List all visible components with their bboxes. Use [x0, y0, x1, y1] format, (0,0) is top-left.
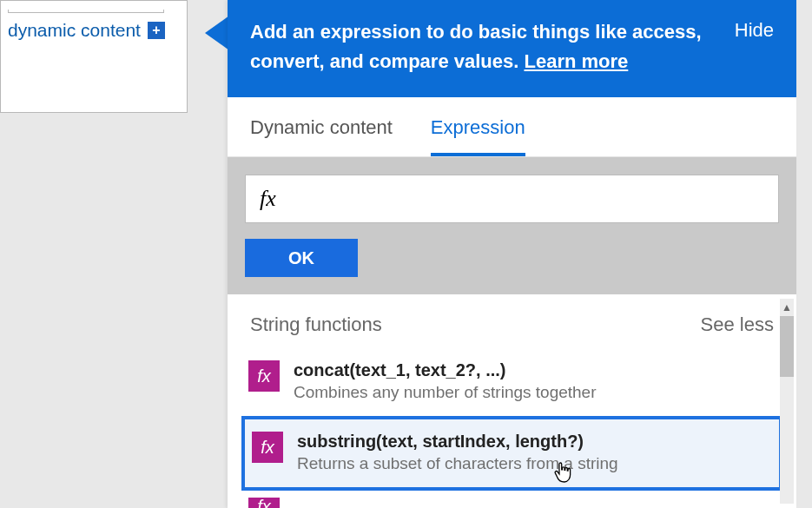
left-panel-fragment: dynamic content + [0, 0, 188, 113]
function-item-substring[interactable]: fx substring(text, startIndex, length?) … [241, 416, 782, 491]
info-banner: Add an expression to do basic things lik… [228, 0, 796, 97]
section-title: String functions [250, 313, 382, 336]
fx-icon: fx [252, 432, 283, 463]
string-functions-header: String functions See less [228, 294, 796, 353]
input-box-fragment [8, 10, 164, 13]
hide-button[interactable]: Hide [735, 17, 774, 42]
function-title: substring(text, startIndex, length?) [297, 432, 618, 452]
tab-dynamic-content[interactable]: Dynamic content [250, 116, 393, 156]
learn-more-link[interactable]: Learn more [524, 50, 628, 72]
expression-editor-block: fx OK [228, 157, 796, 294]
function-desc: Combines any number of strings together [294, 383, 597, 402]
function-list: fx concat(text_1, text_2?, ...) Combines… [228, 353, 796, 508]
dynamic-content-label: dynamic content [8, 20, 141, 41]
fx-icon: fx [248, 360, 280, 392]
ok-button[interactable]: OK [245, 239, 358, 277]
expression-input[interactable]: fx [245, 175, 779, 223]
add-dynamic-content-link[interactable]: dynamic content + [1, 16, 187, 41]
function-title: concat(text_1, text_2?, ...) [294, 360, 597, 380]
tab-expression[interactable]: Expression [431, 116, 525, 156]
scrollbar[interactable]: ▲ [780, 299, 794, 504]
scroll-thumb[interactable] [780, 316, 794, 377]
expression-popup: Add an expression to do basic things lik… [228, 0, 796, 508]
see-less-button[interactable]: See less [701, 313, 774, 336]
callout-arrow-icon [205, 16, 229, 50]
plus-icon: + [148, 22, 165, 39]
banner-text: Add an expression to do basic things lik… [250, 17, 717, 76]
scroll-up-icon[interactable]: ▲ [780, 299, 794, 316]
fx-icon: fx [248, 498, 280, 508]
function-desc: Returns a subset of characters from a st… [297, 454, 618, 473]
tabs: Dynamic content Expression [228, 97, 796, 157]
fx-icon: fx [260, 186, 276, 212]
function-item-replace[interactable]: fx [241, 491, 782, 508]
function-item-concat[interactable]: fx concat(text_1, text_2?, ...) Combines… [241, 353, 782, 411]
